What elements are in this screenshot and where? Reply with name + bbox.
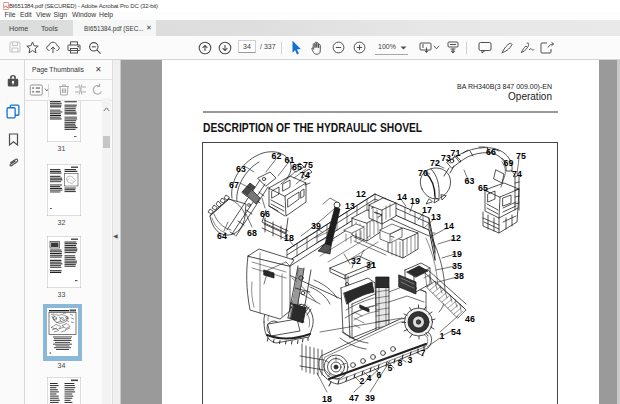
svg-text:64: 64	[217, 231, 227, 241]
svg-text:2: 2	[360, 376, 365, 386]
svg-text:71: 71	[451, 148, 461, 158]
svg-text:63: 63	[465, 176, 475, 186]
svg-text:39: 39	[365, 393, 375, 403]
svg-text:72: 72	[430, 158, 440, 168]
svg-text:62: 62	[272, 151, 282, 161]
svg-text:32: 32	[351, 256, 361, 266]
svg-text:1: 1	[440, 331, 445, 341]
svg-text:14: 14	[397, 192, 407, 202]
svg-text:74: 74	[300, 170, 310, 180]
svg-text:68: 68	[247, 228, 257, 238]
svg-text:67: 67	[229, 180, 239, 190]
svg-text:70: 70	[418, 168, 428, 178]
svg-text:38: 38	[454, 271, 464, 281]
svg-text:47: 47	[349, 393, 359, 403]
svg-text:69: 69	[504, 158, 514, 168]
svg-text:13: 13	[431, 212, 441, 222]
svg-text:6: 6	[377, 370, 382, 380]
svg-text:18: 18	[322, 394, 332, 404]
svg-text:14: 14	[444, 221, 454, 231]
svg-text:74: 74	[512, 169, 522, 179]
svg-text:66: 66	[260, 209, 270, 219]
svg-text:13: 13	[345, 201, 355, 211]
svg-text:63: 63	[236, 164, 246, 174]
svg-text:39: 39	[311, 221, 321, 231]
svg-text:54: 54	[451, 327, 461, 337]
svg-text:75: 75	[303, 160, 313, 170]
svg-text:3: 3	[408, 355, 413, 365]
svg-text:18: 18	[284, 233, 294, 243]
svg-text:75: 75	[516, 151, 526, 161]
svg-text:7: 7	[421, 348, 426, 358]
svg-text:31: 31	[366, 260, 376, 270]
svg-text:5: 5	[388, 363, 393, 373]
svg-text:65: 65	[478, 183, 488, 193]
svg-text:35: 35	[452, 261, 462, 271]
svg-text:19: 19	[452, 249, 462, 259]
svg-text:19: 19	[410, 196, 420, 206]
svg-text:66: 66	[486, 147, 496, 157]
svg-text:4: 4	[367, 373, 372, 383]
svg-text:8: 8	[398, 358, 403, 368]
svg-text:73: 73	[441, 153, 451, 163]
svg-text:46: 46	[465, 314, 475, 324]
svg-text:12: 12	[356, 189, 366, 199]
svg-text:12: 12	[451, 233, 461, 243]
